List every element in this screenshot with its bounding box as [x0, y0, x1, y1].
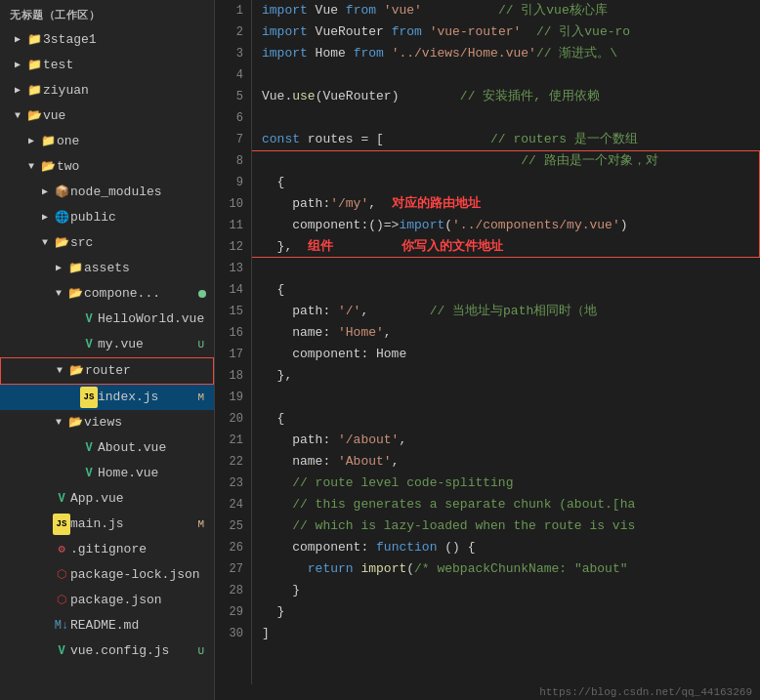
sidebar-item-assets[interactable]: ▶📁assets [0, 256, 214, 281]
sidebar-item-HelloWorld[interactable]: VHelloWorld.vue [0, 307, 214, 332]
sidebar-item-vue_config[interactable]: Vvue.config.jsU [0, 638, 214, 664]
item-label: compone... [84, 283, 198, 305]
git-badge: U [193, 334, 208, 355]
string-token: 'Home' [338, 325, 384, 340]
folder-icon: 📁 [25, 29, 43, 51]
sidebar-item-my_vue[interactable]: Vmy.vueU [0, 332, 214, 357]
sidebar-item-About_vue[interactable]: VAbout.vue [0, 435, 214, 461]
folder-icon: 📁 [66, 258, 84, 279]
text-token: ] [262, 626, 270, 640]
sidebar-item-gitignore[interactable]: ⚙.gitignore [0, 537, 214, 562]
sidebar-item-Home_vue[interactable]: VHome.vue [0, 461, 214, 486]
text-token: component:()=> [262, 218, 399, 232]
code-line: component:()=>import('../components/my.v… [262, 215, 760, 236]
line-number: 6 [223, 107, 243, 129]
folder-icon: 📁 [25, 80, 43, 102]
sidebar-item-ziyuan[interactable]: ▶📁ziyuan [0, 78, 214, 103]
sidebar-item-src[interactable]: ▼📂src [0, 230, 214, 256]
sidebar-item-vue[interactable]: ▼📂vue [0, 103, 214, 129]
code-line: // 路由是一个对象，对 [262, 150, 760, 172]
sidebar-item-one[interactable]: ▶📁one [0, 129, 214, 154]
string-token: '../components/my.vue' [452, 218, 620, 232]
text-token: }, [262, 239, 292, 254]
code-line [262, 387, 760, 408]
code-line: { [262, 408, 760, 430]
text-token: path: [262, 304, 338, 318]
code-line: ] [262, 623, 760, 644]
string-token: 'vue-router' [430, 24, 522, 39]
text-token: path: [262, 196, 330, 211]
text-token: } [262, 583, 300, 597]
sidebar-item-components[interactable]: ▼📂compone... [0, 281, 214, 307]
folder-icon: 📂 [67, 360, 85, 382]
item-label: main.js [70, 514, 190, 535]
comment-token: // 引入vue核心库 [422, 3, 608, 18]
code-line: Vue.use(VueRouter) // 安装插件, 使用依赖 [262, 86, 760, 107]
sidebar-item-test[interactable]: ▶📁test [0, 53, 214, 78]
sidebar-item-3stage1[interactable]: ▶📁3stage1 [0, 27, 214, 53]
text-token [422, 24, 430, 39]
code-line: const routes = [ // routers 是一个数组 [262, 129, 760, 150]
folder-icon: 📂 [39, 156, 57, 178]
text-token: { [262, 411, 284, 426]
sidebar-item-package_json[interactable]: ⬡package.json [0, 588, 214, 613]
code-line: path: '/', // 当地址与path相同时（地 [262, 301, 760, 322]
vue-icon: V [53, 640, 70, 662]
sidebar-item-node_modules[interactable]: ▶📦node_modules [0, 180, 214, 205]
editor: 1234567891011121314151617181920212223242… [215, 0, 760, 700]
item-label: assets [84, 258, 214, 279]
item-label: vue.config.js [70, 640, 190, 662]
sidebar: 无标题（工作区） ▶📁3stage1▶📁test▶📁ziyuan▼📂vue▶📁o… [0, 0, 215, 700]
code-line [262, 107, 760, 129]
item-label: router [85, 360, 213, 382]
chevron-icon: ▶ [23, 131, 39, 152]
line-number: 14 [223, 279, 243, 301]
sidebar-item-package_lock[interactable]: ⬡package-lock.json [0, 562, 214, 588]
annotation-token: 组件 [292, 239, 333, 254]
code-line: component: function () { [262, 537, 760, 558]
sidebar-item-router[interactable]: ▼📂router [0, 357, 214, 385]
line-number: 24 [223, 494, 243, 515]
git-badge: M [193, 387, 208, 408]
folder-icon: 📂 [66, 412, 84, 433]
keyword-token: from [392, 24, 422, 39]
code-line: // which is lazy-loaded when the route i… [262, 515, 760, 537]
text-token: , [384, 325, 392, 340]
gitignore-icon: ⚙ [53, 539, 70, 560]
text-token: VueRouter [308, 24, 392, 39]
sidebar-item-index_js[interactable]: JSindex.jsM [0, 385, 214, 410]
text-token: } [262, 604, 284, 619]
item-label: 3stage1 [43, 29, 214, 51]
item-label: two [57, 156, 214, 178]
editor-content: 1234567891011121314151617181920212223242… [215, 0, 760, 684]
string-token: '/my' [330, 196, 368, 211]
sidebar-item-App_vue[interactable]: VApp.vue [0, 486, 214, 512]
sidebar-item-public[interactable]: ▶🌐public [0, 205, 214, 230]
text-token: component: [262, 540, 376, 555]
code-line [262, 64, 760, 86]
code-line: { [262, 172, 760, 193]
text-token: Vue [308, 3, 346, 18]
item-label: package-lock.json [70, 564, 214, 586]
code-line: name: 'About', [262, 451, 760, 473]
npm-icon: ⬡ [53, 564, 70, 586]
item-label: node_modules [70, 182, 214, 203]
function-token: use [292, 89, 315, 103]
text-token: ) [620, 218, 628, 232]
text-token: { [262, 175, 284, 189]
sidebar-item-two[interactable]: ▼📂two [0, 154, 214, 180]
sidebar-item-main_js[interactable]: JSmain.jsM [0, 512, 214, 537]
sidebar-title: 无标题（工作区） [0, 0, 214, 27]
comment-token: // 路由是一个对象，对 [262, 153, 658, 168]
text-token: ( [406, 561, 414, 576]
sidebar-item-views[interactable]: ▼📂views [0, 410, 214, 435]
text-token: ( [444, 218, 452, 232]
code-line: return import(/* webpackChunkName: "abou… [262, 558, 760, 580]
line-number: 21 [223, 430, 243, 451]
code-line: }, 组件 你写入的文件地址 [262, 236, 760, 258]
item-label: public [70, 207, 214, 228]
folder-special2-icon: 🌐 [53, 207, 70, 228]
line-number: 19 [223, 387, 243, 408]
sidebar-item-readme[interactable]: M↓README.md [0, 613, 214, 638]
line-number: 18 [223, 365, 243, 387]
